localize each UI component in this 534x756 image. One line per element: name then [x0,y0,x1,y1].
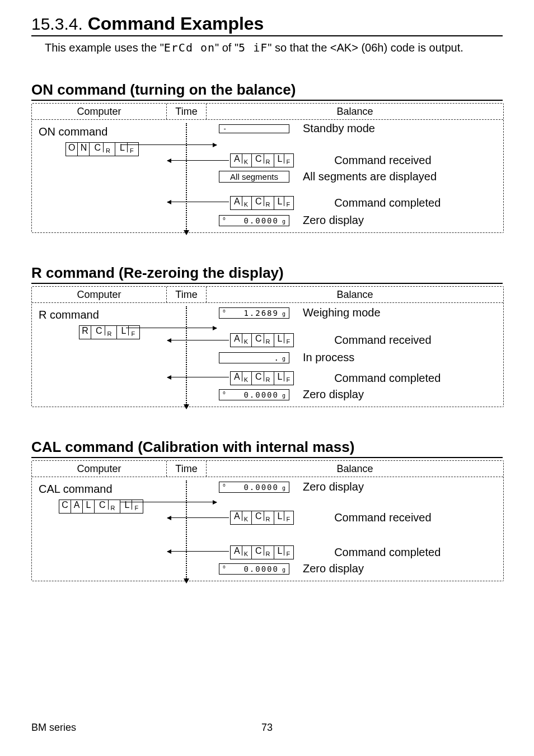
received-text: Command received [334,154,431,167]
on-heading: ON command (turning on the balance) [31,81,503,101]
time-axis [186,306,187,405]
arrow-send [120,502,217,502]
arrow-send [121,144,217,145]
zero2-text: Zero display [303,562,364,575]
standby-display: - [219,124,289,133]
inprocess-display: .g [219,352,289,363]
cal-cmd-label: CAL command [39,483,160,496]
on-zero: o0.0000g Zero display [219,214,364,227]
seg7-ercd: ErCd on [164,41,215,54]
on-received: AK CR LF Command received [230,153,432,167]
zero-display: o0.0000g [219,215,289,226]
zero-display: o0.0000g [219,563,289,575]
on-diagram: Computer Time Balance ON command O N CR … [31,103,504,233]
r-heading: R command (Re-zeroing the display) [31,264,503,284]
zero-text: Zero display [303,388,364,401]
col-time: Time [167,104,207,119]
received-text: Command received [334,511,431,524]
zero-text: Zero display [303,214,364,227]
r-cmd-label: R command [39,309,160,321]
received-text: Command received [334,334,431,347]
page-footer: BM series 73 [31,722,503,734]
cal-zero2: o0.0000g Zero display [219,562,364,575]
on-completed: AK CR LF Command completed [230,196,441,210]
cal-heading: CAL command (Calibration with internal m… [31,438,503,458]
completed-text: Command completed [334,197,441,209]
col-computer: Computer [32,104,167,119]
cal-completed: AK CR LF Command completed [230,545,441,559]
r-inprocess: .g In process [219,351,354,364]
inprocess-text: In process [303,351,354,364]
cal-received: AK CR LF Command received [230,511,432,525]
ack-box: AK CR LF [230,153,294,167]
footer-series: BM series [31,722,76,734]
on-cmd-label: ON command [39,125,160,138]
cal-diagram: Computer Time Balance CAL command C A L … [31,460,504,581]
completed-text: Command completed [334,546,441,559]
section-title: Command Examples [88,13,264,34]
col-balance: Balance [207,104,503,119]
completed-text: Command completed [334,372,441,385]
footer-page: 73 [261,722,273,734]
arrow-ack1 [167,160,229,161]
zero-display: o0.0000g [219,389,289,400]
arrow-ack2 [167,377,229,377]
allseg-text: All segments are displayed [303,170,437,183]
zero-display: o0.0000g [219,482,289,493]
cal-zero1: o0.0000g Zero display [219,480,364,493]
ack-box: AK CR LF [230,196,294,210]
intro-text: This example uses the "ErCd on" of "5 iF… [45,41,503,54]
r-weigh: o1.2689g Weighing mode [219,306,381,319]
r-received: AK CR LF Command received [230,333,432,347]
arrow-send [126,328,217,328]
section-number: 15.3.4. [31,15,83,33]
arrow-ack2 [167,202,229,202]
arrow-ack2 [167,551,229,552]
section-header: 15.3.4. Command Examples [31,13,503,36]
r-zero: o0.0000g Zero display [219,388,364,401]
zero1-text: Zero display [303,480,364,493]
r-completed: AK CR LF Command completed [230,371,441,385]
seg7-5if: 5 iF [238,41,268,54]
arrow-ack1 [167,340,229,340]
time-axis [186,480,187,579]
arrow-ack1 [167,517,229,518]
r-diagram: Computer Time Balance R command R CR LF [31,286,504,407]
weigh-text: Weighing mode [303,306,381,319]
on-standby: - Standby mode [219,122,375,135]
standby-text: Standby mode [303,122,375,135]
time-axis [186,123,187,231]
on-allseg: All segments All segments are displayed [219,170,437,183]
weigh-display: o1.2689g [219,307,289,319]
allseg-box: All segments [219,171,289,183]
